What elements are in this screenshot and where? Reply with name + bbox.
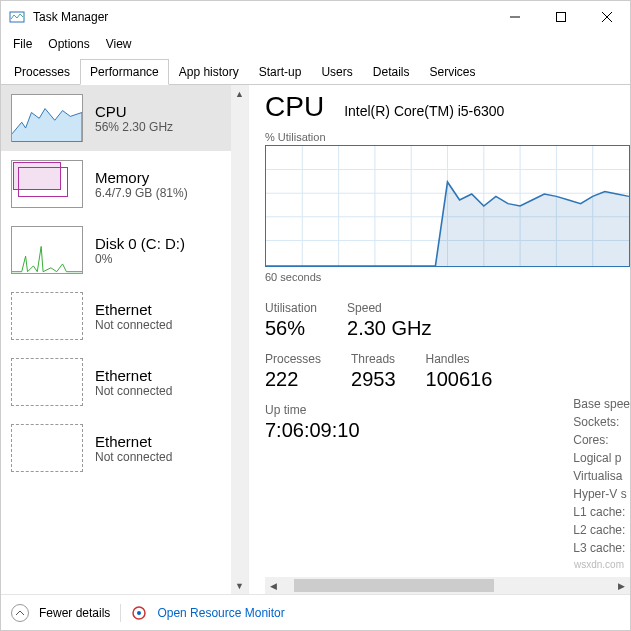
scroll-down-icon[interactable]: ▼ [231,577,248,594]
tab-app-history[interactable]: App history [169,59,249,85]
separator [120,604,121,622]
tab-bar: Processes Performance App history Start-… [1,55,630,85]
tab-details[interactable]: Details [363,59,420,85]
memory-thumbnail-icon [11,160,83,208]
svg-rect-2 [557,13,566,22]
sidebar-item-ethernet[interactable]: EthernetNot connected [1,349,231,415]
menu-view[interactable]: View [98,35,140,53]
sidebar-item-label: Disk 0 (C: D:) [95,235,185,252]
stat-label: Cores: [573,431,630,449]
sidebar-item-sub: 0% [95,252,185,266]
processes-value: 222 [265,368,321,391]
stat-label: Threads [351,352,396,366]
uptime-value: 7:06:09:10 [265,419,492,442]
stat-label: L2 cache: [573,521,630,539]
sidebar-item-sub: 56% 2.30 GHz [95,120,173,134]
chevron-up-icon[interactable] [11,604,29,622]
stat-label: Logical p [573,449,630,467]
sidebar-item-label: Ethernet [95,433,172,450]
stat-label: Base spee [573,395,630,413]
stat-label: Processes [265,352,321,366]
open-resource-monitor-link[interactable]: Open Resource Monitor [157,606,284,620]
tab-performance[interactable]: Performance [80,59,169,85]
cpu-model: Intel(R) Core(TM) i5-6300 [344,103,504,119]
stat-label: Sockets: [573,413,630,431]
stat-label: Up time [265,403,492,417]
tab-services[interactable]: Services [419,59,485,85]
handles-value: 100616 [426,368,493,391]
sidebar-item-disk[interactable]: Disk 0 (C: D:)0% [1,217,231,283]
minimize-button[interactable] [492,1,538,33]
ethernet-thumbnail-icon [11,292,83,340]
app-icon [9,9,25,25]
cpu-thumbnail-icon [11,94,83,142]
chart-y-label: % Utilisation [265,131,630,143]
stat-label: L3 cache: [573,539,630,557]
stat-label: L1 cache: [573,503,630,521]
detail-pane: CPU Intel(R) Core(TM) i5-6300 % Utilisat… [249,85,630,594]
sidebar-item-sub: Not connected [95,318,172,332]
sidebar-item-label: Ethernet [95,301,172,318]
ethernet-thumbnail-icon [11,358,83,406]
window-title: Task Manager [33,10,108,24]
menu-bar: File Options View [1,33,630,55]
ethernet-thumbnail-icon [11,424,83,472]
sidebar-item-label: Memory [95,169,188,186]
sidebar-item-ethernet[interactable]: EthernetNot connected [1,415,231,481]
stat-label: Handles [426,352,493,366]
sidebar-item-sub: 6.4/7.9 GB (81%) [95,186,188,200]
scroll-left-icon[interactable]: ◀ [265,581,282,591]
speed-value: 2.30 GHz [347,317,431,340]
stat-label: Virtualisa [573,467,630,485]
scroll-right-icon[interactable]: ▶ [613,581,630,591]
stat-label: Speed [347,301,431,315]
title-bar: Task Manager [1,1,630,33]
utilisation-value: 56% [265,317,317,340]
scroll-up-icon[interactable]: ▲ [231,85,248,102]
detail-horizontal-scrollbar[interactable]: ◀ ▶ [265,577,630,594]
footer: Fewer details Open Resource Monitor [1,594,630,630]
sidebar-item-memory[interactable]: Memory6.4/7.9 GB (81%) [1,151,231,217]
sidebar-item-label: Ethernet [95,367,172,384]
sidebar-item-sub: Not connected [95,450,172,464]
detail-heading: CPU [265,91,324,123]
svg-point-19 [137,611,141,615]
close-button[interactable] [584,1,630,33]
tab-startup[interactable]: Start-up [249,59,312,85]
stat-label: Utilisation [265,301,317,315]
disk-thumbnail-icon [11,226,83,274]
maximize-button[interactable] [538,1,584,33]
sidebar-item-sub: Not connected [95,384,172,398]
tab-users[interactable]: Users [311,59,362,85]
chart-x-label: 60 seconds [265,271,630,283]
scroll-thumb[interactable] [294,579,494,592]
menu-file[interactable]: File [5,35,40,53]
tab-processes[interactable]: Processes [4,59,80,85]
watermark: wsxdn.com [574,559,624,570]
sidebar-item-cpu[interactable]: CPU56% 2.30 GHz [1,85,231,151]
sidebar-item-label: CPU [95,103,173,120]
sidebar-item-ethernet[interactable]: EthernetNot connected [1,283,231,349]
resource-monitor-icon [131,605,147,621]
utilisation-chart [265,145,630,267]
threads-value: 2953 [351,368,396,391]
sidebar: CPU56% 2.30 GHz Memory6.4/7.9 GB (81%) D… [1,85,249,594]
sidebar-scrollbar[interactable]: ▲ ▼ [231,85,248,594]
stat-label: Hyper-V s [573,485,630,503]
menu-options[interactable]: Options [40,35,97,53]
fewer-details-button[interactable]: Fewer details [39,606,110,620]
